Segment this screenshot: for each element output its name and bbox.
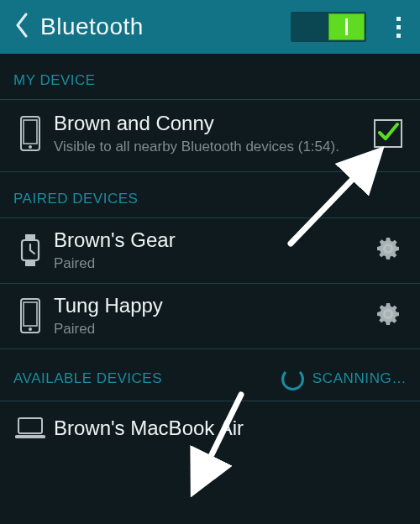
svg-point-8 [29, 328, 32, 331]
section-available-header: AVAILABLE DEVICES SCANNING… [0, 349, 420, 401]
paired-device-name: Brown's Gear [54, 228, 365, 253]
app-header: Bluetooth [0, 0, 420, 54]
paired-device-name: Tung Happy [54, 294, 365, 318]
spinner-icon [281, 368, 304, 390]
svg-rect-1 [24, 120, 37, 144]
paired-device-status: Paired [54, 320, 339, 338]
watch-icon [7, 233, 54, 267]
device-settings-button[interactable] [365, 235, 412, 265]
my-device-row[interactable]: Brown and Conny Visible to all nearby Bl… [0, 100, 420, 172]
paired-device-status: Paired [54, 254, 339, 273]
scanning-indicator: SCANNING… [281, 368, 407, 390]
toggle-on-indicator [328, 13, 365, 40]
svg-rect-7 [24, 302, 37, 326]
my-device-name: Brown and Conny [54, 112, 365, 136]
svg-rect-4 [25, 261, 35, 266]
svg-point-2 [29, 145, 32, 149]
more-icon [396, 17, 401, 21]
section-available-label: AVAILABLE DEVICES [13, 370, 281, 387]
bluetooth-toggle[interactable] [291, 12, 366, 42]
phone-icon [7, 116, 54, 151]
phone-icon [7, 298, 54, 333]
laptop-icon [7, 417, 54, 440]
gear-icon [375, 301, 402, 331]
paired-device-row[interactable]: Tung Happy Paired [0, 284, 420, 349]
scanning-label: SCANNING… [312, 370, 407, 387]
chevron-left-icon [14, 13, 29, 41]
paired-device-row[interactable]: Brown's Gear Paired [0, 218, 420, 284]
page-title: Bluetooth [39, 13, 144, 40]
overflow-menu-button[interactable] [381, 0, 415, 54]
my-device-subtitle: Visible to all nearby Bluetooth devices … [54, 138, 339, 156]
section-paired-label: PAIRED DEVICES [0, 172, 420, 218]
back-button[interactable] [5, 0, 39, 54]
check-icon [377, 121, 399, 146]
available-device-name: Brown's MacBook Air [54, 417, 412, 441]
svg-rect-9 [18, 418, 42, 433]
gear-icon [375, 235, 402, 265]
visibility-checkbox[interactable] [374, 119, 402, 148]
section-my-device-label: MY DEVICE [0, 54, 420, 100]
svg-rect-3 [25, 234, 35, 239]
svg-rect-10 [15, 435, 45, 438]
available-device-row[interactable]: Brown's MacBook Air [0, 401, 420, 456]
device-settings-button[interactable] [365, 301, 412, 331]
